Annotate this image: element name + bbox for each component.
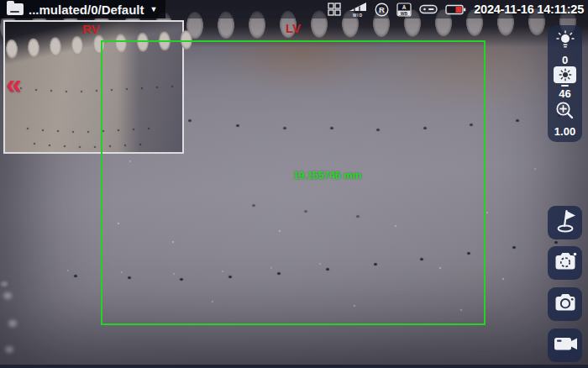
video-record-icon [551, 331, 580, 360]
file-path-label: ...mulated/0/Default [29, 3, 144, 17]
led-brightness-button[interactable] [555, 30, 575, 53]
folder-icon [7, 3, 24, 15]
auto-white-balance-icon: A WB [396, 3, 412, 17]
pip-label-rv: RV [82, 22, 100, 36]
bottom-border [0, 365, 588, 368]
freeze-frame-camera-icon [551, 249, 580, 277]
freeze-frame-button[interactable] [548, 246, 582, 280]
r-text: R [379, 5, 385, 14]
timestamp: 2024-11-16 14:11:25 [474, 3, 584, 16]
battery-low-icon [445, 4, 466, 15]
screen-brightness-icon-base [561, 85, 569, 87]
zoom-in-button[interactable] [554, 100, 575, 124]
photo-capture-icon [551, 290, 580, 318]
borescope-app: RV « LV 19.155746 mm ...mulated/0/Defaul… [0, 0, 588, 368]
screen-brightness-button[interactable] [554, 66, 576, 87]
dropdown-caret-icon: ▼ [150, 5, 158, 13]
landmark-button[interactable] [548, 206, 582, 239]
status-icons: WID R A WB [328, 2, 588, 17]
awb-wb-text: WB [401, 10, 408, 15]
storage-drive-icon [419, 3, 438, 15]
record-video-button[interactable] [548, 329, 582, 362]
quad-view-grid-icon [328, 3, 341, 16]
collapse-pip-button[interactable]: « [6, 69, 22, 97]
main-view-label-lv: LV [286, 21, 301, 35]
wide-angle-wid-icon: WID [349, 2, 367, 17]
awb-a-text: A [402, 4, 407, 10]
digital-zoom-value: 1.00 [554, 126, 575, 137]
file-path-selector[interactable]: ...mulated/0/Default ▼ [0, 0, 165, 18]
wid-text: WID [353, 13, 363, 18]
zoom-in-icon [554, 100, 575, 124]
adjustment-panel: 0 46 [548, 25, 582, 142]
pip-cooling-holes [5, 22, 7, 24]
screen-brightness-icon [554, 66, 576, 83]
top-bar: ...mulated/0/Default ▼ WID [0, 0, 588, 18]
measurement-value: 19.155746 mm [293, 170, 361, 181]
led-brightness-icon [555, 30, 575, 53]
landmark-flag-icon [551, 208, 580, 238]
record-r-icon: R [375, 3, 389, 17]
capture-photo-button[interactable] [548, 287, 582, 321]
screen-brightness-value: 46 [559, 88, 570, 99]
led-brightness-value: 0 [562, 55, 568, 66]
measurement-area-rect [101, 40, 486, 325]
